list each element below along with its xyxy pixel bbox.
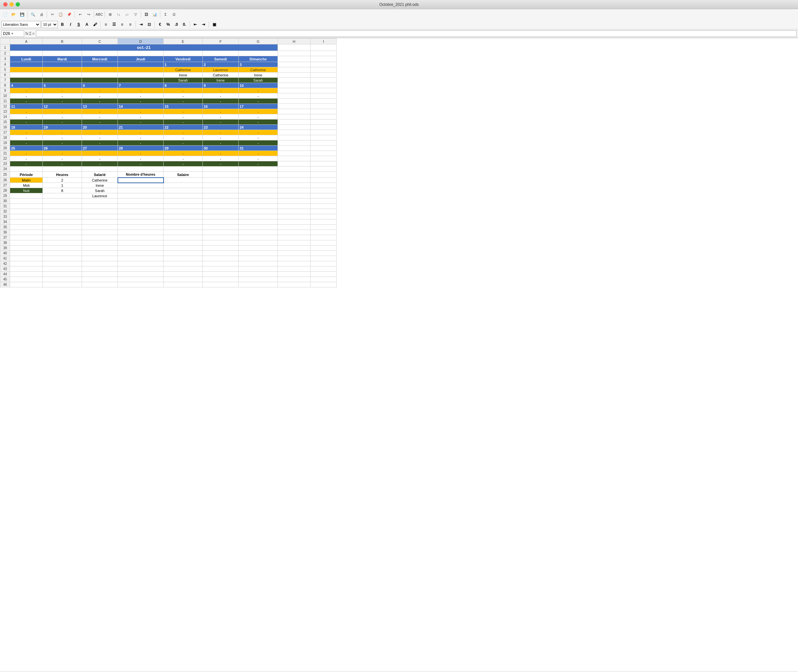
day-header-dimanche[interactable]: Dimanche bbox=[239, 56, 278, 62]
maximize-button[interactable] bbox=[16, 2, 20, 6]
currency-button[interactable]: € bbox=[157, 21, 163, 28]
table-row: 24 bbox=[0, 166, 337, 172]
title-cell[interactable]: oct.-21 bbox=[10, 45, 278, 51]
col-header-g[interactable]: G bbox=[239, 38, 278, 45]
cut-button[interactable]: ✂ bbox=[48, 10, 56, 18]
function-button[interactable]: Σ bbox=[162, 10, 170, 18]
undo-button[interactable]: ↩ bbox=[76, 10, 84, 18]
col-header-a[interactable]: A bbox=[10, 38, 43, 45]
table-row: 8 4 5 6 7 8 9 10 bbox=[0, 83, 337, 88]
summary-header-nombre[interactable]: Nombre d'heures bbox=[118, 172, 163, 178]
table-row: 32 bbox=[0, 209, 337, 214]
table-row: 41 bbox=[0, 256, 337, 261]
col-header-b[interactable]: B bbox=[43, 38, 82, 45]
percent-button[interactable]: % bbox=[165, 21, 172, 28]
print-preview-button[interactable]: 🔍 bbox=[29, 10, 37, 18]
font-size-select[interactable]: 10 pt bbox=[42, 21, 58, 28]
day-header-mercredi[interactable]: Mercredi bbox=[82, 56, 118, 62]
decimal-remove-button[interactable]: 0. bbox=[181, 21, 188, 28]
underline-button[interactable]: S bbox=[75, 21, 82, 28]
table-row: 37 bbox=[0, 235, 337, 240]
function-wizard-icon[interactable]: fx bbox=[26, 31, 29, 36]
insert-image-button[interactable]: 🖼 bbox=[142, 10, 150, 18]
sum-icon[interactable]: Σ bbox=[29, 31, 31, 36]
table-row: 42 bbox=[0, 261, 337, 266]
open-button[interactable]: 📂 bbox=[10, 10, 18, 18]
summary-header-salarie[interactable]: Salarié bbox=[82, 172, 118, 178]
day-header-samedi[interactable]: Samedi bbox=[203, 56, 239, 62]
equals-icon[interactable]: = bbox=[32, 31, 35, 36]
day-header-vendredi[interactable]: Vendredi bbox=[163, 56, 203, 62]
col-header-row: A B C D E F G H I bbox=[0, 38, 337, 45]
periode-nuit[interactable]: Nuit bbox=[10, 188, 43, 193]
sheet-wrapper[interactable]: A B C D E F G H I 1 oct.-21 bbox=[0, 38, 798, 671]
day-header-jeudi[interactable]: Jeudi bbox=[118, 56, 163, 62]
col-header-d[interactable]: D bbox=[118, 38, 163, 45]
print-button[interactable]: 🖨 bbox=[38, 10, 45, 18]
font-name-select[interactable]: Liberation Sans bbox=[1, 21, 40, 28]
bold-button[interactable]: B bbox=[59, 21, 66, 28]
wrap-text-button[interactable]: ⇥ bbox=[138, 21, 145, 28]
font-color-button[interactable]: A bbox=[83, 21, 90, 28]
summary-header-heures[interactable]: Heures bbox=[43, 172, 82, 178]
table-row: 6 Irene Catherine Irene bbox=[0, 72, 337, 78]
table-row: 23 - - - - - - - bbox=[0, 161, 337, 166]
sort-asc-button[interactable]: ↑↓ bbox=[115, 10, 122, 18]
table-row: 1 oct.-21 bbox=[0, 45, 337, 51]
day-header-lundi[interactable]: Lundi bbox=[10, 56, 43, 62]
table-row: 29 Laurence bbox=[0, 193, 337, 198]
table-row: 4 1 2 3 bbox=[0, 62, 337, 67]
table-row: 9 - - - - - - - bbox=[0, 88, 337, 93]
italic-button[interactable]: I bbox=[67, 21, 74, 28]
table-row: 45 bbox=[0, 277, 337, 282]
table-row: 38 bbox=[0, 240, 337, 246]
summary-header-periode[interactable]: Période bbox=[10, 172, 43, 178]
selected-cell-d26[interactable] bbox=[118, 178, 163, 183]
sort-desc-button[interactable]: ↓↑ bbox=[123, 10, 131, 18]
special-chars-button[interactable]: Ω bbox=[170, 10, 178, 18]
merge-cells-button[interactable]: ⊡ bbox=[146, 21, 153, 28]
col-header-i[interactable]: I bbox=[310, 38, 337, 45]
align-center-button[interactable]: ☰ bbox=[110, 21, 118, 28]
justify-button[interactable]: ≡ bbox=[127, 21, 134, 28]
borders-button[interactable]: ▣ bbox=[211, 21, 218, 28]
table-row: 2 bbox=[0, 51, 337, 56]
paste-button[interactable]: 📌 bbox=[65, 10, 73, 18]
cell-reference-box[interactable]: D26 ▼ bbox=[1, 30, 24, 37]
align-left-button[interactable]: ≡ bbox=[102, 21, 109, 28]
save-button[interactable]: 💾 bbox=[18, 10, 26, 18]
redo-button[interactable]: ↪ bbox=[85, 10, 93, 18]
new-button[interactable]: 📄 bbox=[1, 10, 9, 18]
spreadsheet-grid: A B C D E F G H I 1 oct.-21 bbox=[0, 38, 337, 287]
align-right-button[interactable]: ≡ bbox=[118, 21, 126, 28]
insert-chart-button[interactable]: 📊 bbox=[151, 10, 159, 18]
close-button[interactable] bbox=[3, 2, 8, 6]
indent-dec-button[interactable]: ⇤ bbox=[192, 21, 199, 28]
spellcheck-button[interactable]: ABC bbox=[95, 10, 103, 18]
minimize-button[interactable] bbox=[10, 2, 14, 6]
table-row: 20 25 26 27 28 29 30 31 bbox=[0, 146, 337, 151]
formula-input[interactable] bbox=[36, 30, 797, 37]
col-header-f[interactable]: F bbox=[203, 38, 239, 45]
table-row: 46 bbox=[0, 282, 337, 287]
periode-matin[interactable]: Matin bbox=[10, 178, 43, 183]
decimal-add-button[interactable]: .0 bbox=[173, 21, 180, 28]
table-row: 19 - - - - - - - bbox=[0, 141, 337, 146]
filter-button[interactable]: ▽ bbox=[131, 10, 139, 18]
table-row: 28 Nuit 8 Sarah bbox=[0, 188, 337, 193]
indent-inc-button[interactable]: ⇥ bbox=[200, 21, 207, 28]
periode-midi[interactable]: Midi bbox=[10, 183, 43, 188]
col-header-e[interactable]: E bbox=[163, 38, 203, 45]
table-row: 30 bbox=[0, 198, 337, 204]
copy-button[interactable]: 📋 bbox=[57, 10, 65, 18]
table-row: 10 - - - - - - - bbox=[0, 93, 337, 99]
sep3 bbox=[74, 11, 75, 18]
day-header-mardi[interactable]: Mardi bbox=[43, 56, 82, 62]
table-row: 25 Période Heures Salarié Nombre d'heure… bbox=[0, 172, 337, 178]
summary-header-salaire[interactable]: Salaire bbox=[163, 172, 203, 178]
col-header-h[interactable]: H bbox=[278, 38, 310, 45]
col-header-c[interactable]: C bbox=[82, 38, 118, 45]
insert-table-button[interactable]: ⊞ bbox=[106, 10, 114, 18]
corner-cell bbox=[0, 38, 10, 45]
highlight-color-button[interactable]: 🖌 bbox=[91, 21, 99, 28]
